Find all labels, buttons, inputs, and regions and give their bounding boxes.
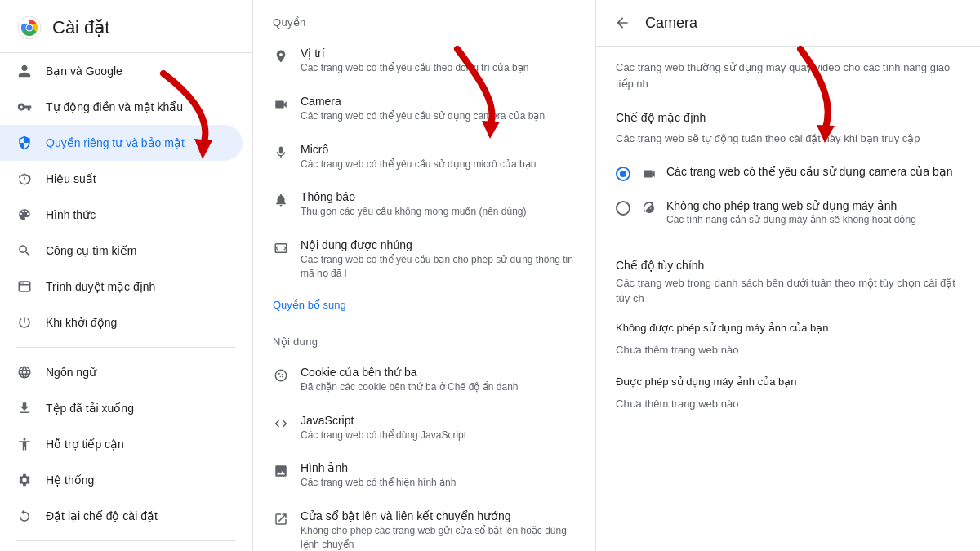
sidebar-item-label: Tệp đã tải xuống bbox=[46, 401, 134, 415]
radio-block-circle bbox=[616, 201, 630, 216]
sidebar-item-label: Công cụ tìm kiếm bbox=[46, 243, 136, 258]
content-item-cua-so[interactable]: Cửa sổ bật lên và liên kết chuyển hướng … bbox=[253, 500, 595, 551]
sidebar-item-khi-khoi-dong[interactable]: Khi khởi động bbox=[0, 304, 243, 340]
sidebar-item-label: Khi khởi động bbox=[46, 315, 117, 330]
svg-rect-7 bbox=[275, 244, 287, 253]
quyen-section-title: Quyền bbox=[253, 0, 595, 37]
perm-micro-text: Micrô Các trang web có thể yêu cầu sử dụ… bbox=[301, 143, 536, 171]
perm-thong-bao-desc: Thu gọn các yêu cầu không mong muốn (nên… bbox=[301, 205, 527, 219]
bell-icon bbox=[273, 192, 289, 208]
perm-vi-tri-text: Vị trí Các trang web có thể yêu cầu theo… bbox=[301, 47, 528, 75]
sidebar-item-label: Tự động điền và mật khẩu bbox=[46, 100, 183, 114]
sidebar-item-dat-lai[interactable]: Đặt lại chế độ cài đặt bbox=[0, 498, 243, 534]
back-button[interactable] bbox=[612, 13, 632, 33]
svg-point-12 bbox=[282, 374, 283, 375]
content-cua-so-name: Cửa sổ bật lên và liên kết chuyển hướng bbox=[301, 509, 576, 522]
content-hinh-anh-text: Hình ảnh Các trang web có thể hiện hình … bbox=[301, 461, 456, 490]
system-icon bbox=[16, 472, 33, 488]
sidebar-item-cong-cu-tim-kiem[interactable]: Công cụ tìm kiếm bbox=[0, 233, 243, 269]
noi-dung-section-title: Nội dung bbox=[253, 319, 595, 356]
content-item-javascript[interactable]: JavaScript Các trang web có thể dùng Jav… bbox=[253, 404, 595, 452]
sidebar-item-label: Hỗ trợ tiếp cận bbox=[46, 437, 124, 451]
perm-noi-dung-desc: Các trang web có thể yêu cầu bạn cho phé… bbox=[301, 253, 576, 281]
sidebar-item-ban-va-google[interactable]: Bạn và Google bbox=[0, 53, 243, 89]
radio-allow-label: Các trang web có thể yêu cầu sử dụng cam… bbox=[666, 165, 953, 178]
sidebar-item-tien-ich[interactable]: Tiện ích ↗ bbox=[0, 548, 243, 551]
perm-item-micro[interactable]: Micrô Các trang web có thể yêu cầu sử dụ… bbox=[253, 133, 595, 181]
person-icon bbox=[16, 63, 33, 79]
radio-allow[interactable]: Các trang web có thể yêu cầu sử dụng cam… bbox=[596, 157, 980, 191]
allowed-label: Được phép sử dụng máy ảnh của bạn bbox=[616, 375, 960, 388]
content-javascript-desc: Các trang web có thể dùng JavaScript bbox=[301, 429, 466, 442]
popup-icon bbox=[273, 511, 289, 527]
key-icon bbox=[16, 99, 33, 115]
accessibility-icon bbox=[16, 436, 33, 452]
sidebar-item-tep-da-tai[interactable]: Tệp đã tải xuống bbox=[0, 390, 243, 426]
sidebar-item-label: Ngôn ngữ bbox=[46, 365, 96, 380]
custom-desc: Các trang web trong danh sách bên dưới t… bbox=[616, 275, 960, 307]
content-item-cookie[interactable]: Cookie của bên thứ ba Đã chặn các cookie… bbox=[253, 356, 595, 404]
perm-item-vi-tri[interactable]: Vị trí Các trang web có thể yêu cầu theo… bbox=[253, 37, 595, 85]
quyen-bo-sung-link[interactable]: Quyền bổ sung bbox=[253, 291, 595, 319]
content-item-hinh-anh[interactable]: Hình ảnh Các trang web có thể hiện hình … bbox=[253, 451, 595, 500]
sidebar-item-hinh-thuc[interactable]: Hình thức bbox=[0, 197, 243, 233]
blocked-section: Không được phép sử dụng máy ảnh của bạn … bbox=[596, 322, 980, 367]
sidebar-item-he-thong[interactable]: Hệ thống bbox=[0, 462, 243, 498]
sidebar-item-label: Quyền riêng tư và bảo mật bbox=[46, 136, 185, 150]
perm-camera-desc: Các trang web có thể yêu cầu sử dụng cam… bbox=[301, 109, 545, 123]
sidebar-item-label: Đặt lại chế độ cài đặt bbox=[46, 509, 158, 523]
language-icon bbox=[16, 364, 33, 380]
perm-micro-name: Micrô bbox=[301, 143, 536, 156]
che-do-mac-dinh-title: Chế độ mặc định bbox=[596, 101, 980, 127]
perm-item-thong-bao[interactable]: Thông báo Thu gọn các yêu cầu không mong… bbox=[253, 180, 595, 229]
left-sidebar: Cài đặt Bạn và Google Tự động điền và mậ… bbox=[0, 0, 253, 551]
power-icon bbox=[16, 314, 33, 331]
sidebar-item-label: Hiệu suất bbox=[46, 171, 96, 186]
sidebar-item-tu-dong-dien[interactable]: Tự động điền và mật khẩu bbox=[0, 89, 243, 125]
sidebar-item-hieu-suat[interactable]: Hiệu suất bbox=[0, 161, 243, 197]
content-hinh-anh-name: Hình ảnh bbox=[301, 461, 456, 474]
embed-icon bbox=[273, 240, 289, 256]
perm-camera-text: Camera Các trang web có thể yêu cầu sử d… bbox=[301, 95, 545, 123]
camera-perm-icon bbox=[273, 96, 289, 113]
palette-icon bbox=[16, 207, 33, 223]
mic-icon bbox=[273, 144, 289, 161]
blocked-label: Không được phép sử dụng máy ảnh của bạn bbox=[616, 322, 960, 334]
sidebar-item-quyen-rieng-tu[interactable]: Quyền riêng tư và bảo mật bbox=[0, 125, 243, 161]
location-icon bbox=[273, 48, 289, 64]
code-icon bbox=[273, 415, 289, 432]
perm-item-noi-dung-nhung[interactable]: Nội dung được nhúng Các trang web có thể… bbox=[253, 229, 595, 291]
camera-allow-icon bbox=[642, 167, 658, 183]
radio-block-label: Không cho phép trang web sử dụng máy ảnh bbox=[666, 199, 916, 212]
reset-icon bbox=[16, 508, 33, 524]
middle-panel: Quyền Vị trí Các trang web có thể yêu cầ… bbox=[253, 0, 596, 551]
nav-divider-2 bbox=[16, 540, 236, 541]
image-icon bbox=[273, 463, 289, 479]
perm-vi-tri-desc: Các trang web có thể yêu cầu theo dõi vị… bbox=[301, 61, 528, 75]
svg-point-5 bbox=[20, 282, 22, 284]
perm-noi-dung-name: Nội dung được nhúng bbox=[301, 238, 576, 251]
browser-icon bbox=[16, 278, 33, 295]
svg-point-6 bbox=[22, 282, 24, 284]
svg-point-11 bbox=[280, 376, 282, 378]
settings-page-title: Cài đặt bbox=[52, 17, 109, 38]
perm-item-camera[interactable]: Camera Các trang web có thể yêu cầu sử d… bbox=[253, 85, 595, 133]
content-cookie-desc: Đã chặn các cookie bên thứ ba ở Chế độ ẩ… bbox=[301, 380, 518, 394]
sidebar-item-label: Hình thức bbox=[46, 207, 96, 222]
radio-allow-text: Các trang web có thể yêu cầu sử dụng cam… bbox=[666, 165, 953, 178]
content-javascript-name: JavaScript bbox=[301, 414, 466, 427]
speedometer-icon bbox=[16, 171, 33, 187]
sidebar-item-ho-tro-tiep-can[interactable]: Hỗ trợ tiếp cận bbox=[0, 426, 243, 462]
camera-block-icon bbox=[642, 201, 658, 217]
sidebar-item-trinh-duyet[interactable]: Trình duyệt mặc định bbox=[0, 269, 243, 304]
sidebar-item-label: Hệ thống bbox=[46, 473, 94, 487]
sidebar-item-ngon-ngu[interactable]: Ngôn ngữ bbox=[0, 354, 243, 390]
svg-point-8 bbox=[275, 370, 287, 381]
panel-divider bbox=[616, 242, 960, 242]
camera-panel-desc: Các trang web thường sử dụng máy quay vi… bbox=[596, 47, 980, 101]
radio-block[interactable]: Không cho phép trang web sử dụng máy ảnh… bbox=[596, 191, 980, 233]
shield-icon bbox=[16, 135, 33, 151]
svg-point-2 bbox=[27, 25, 33, 31]
svg-point-9 bbox=[278, 372, 280, 374]
custom-section: Chế độ tùy chỉnh Các trang web trong dan… bbox=[596, 251, 980, 322]
